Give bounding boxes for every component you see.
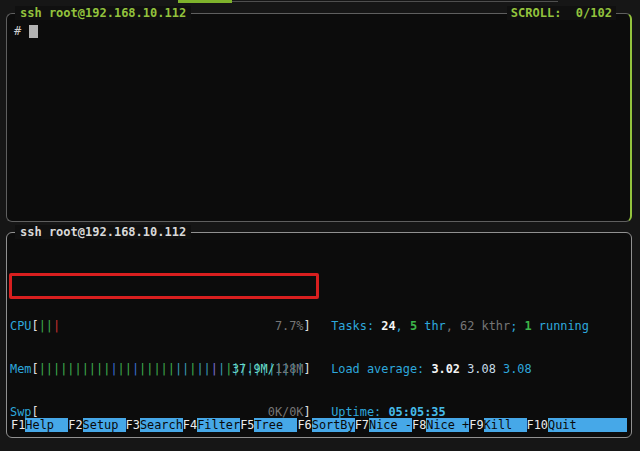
htop-terminal-pane[interactable]: ssh root@192.168.10.112 CPU[|||7.7%]Task… bbox=[6, 232, 632, 438]
meter-bar: | bbox=[82, 362, 89, 376]
meter-bar: | bbox=[46, 319, 53, 333]
meter-bar: | bbox=[118, 362, 125, 376]
tasks-summary-text: Tasks: bbox=[331, 319, 381, 333]
cpu-meter-line: CPU[|||7.7%]Tasks: 24, 5 thr, 62 kthr; 1… bbox=[9, 319, 629, 333]
fkey-F4-key[interactable]: F4 bbox=[183, 418, 197, 432]
meter-open-bracket: [ bbox=[31, 362, 38, 376]
meter-bar: | bbox=[39, 362, 46, 376]
meter-open-bracket: [ bbox=[31, 319, 38, 333]
meter-bar: | bbox=[125, 362, 132, 376]
fkey-F3-key[interactable]: F3 bbox=[126, 418, 140, 432]
meter-bar: | bbox=[89, 362, 96, 376]
fkey-F8-label[interactable]: Nice + bbox=[426, 418, 469, 432]
load-average-text: Load average: bbox=[331, 362, 431, 376]
tasks-summary-text: 1 bbox=[525, 319, 532, 333]
fkey-F6-label[interactable]: SortBy bbox=[312, 418, 355, 432]
bottom-pane-title: ssh root@192.168.10.112 bbox=[15, 225, 191, 239]
meter-bar: | bbox=[161, 362, 168, 376]
tasks-summary-text: , bbox=[396, 319, 410, 333]
htop-screen: CPU[|||7.7%]Tasks: 24, 5 thr, 62 kthr; 1… bbox=[9, 247, 629, 435]
meter-bar: | bbox=[211, 362, 218, 376]
cpu-meter-label: CPU bbox=[10, 319, 31, 333]
mem-used-text: 37.9M/ bbox=[232, 362, 275, 376]
meter-bar: | bbox=[132, 362, 139, 376]
tasks-summary: Tasks: 24, 5 thr, 62 kthr; 1 running bbox=[331, 319, 589, 333]
fkey-F2-key[interactable]: F2 bbox=[68, 418, 82, 432]
fkey-F7-key[interactable]: F7 bbox=[355, 418, 369, 432]
tasks-summary-text: , 62 kthr bbox=[446, 319, 510, 333]
meter-bar: | bbox=[46, 362, 53, 376]
function-key-bar: F1Help F2Setup F3SearchF4FilterF5Tree F6… bbox=[11, 418, 627, 432]
meter-bar: | bbox=[67, 362, 74, 376]
load-average-text: 3.02 bbox=[431, 362, 467, 376]
mem-meter: |||||||||||||||||||||||||||||||||||||37.… bbox=[39, 362, 304, 376]
mem-meter-line: Mem[||||||||||||||||||||||||||||||||||||… bbox=[9, 362, 629, 376]
meter-bar: | bbox=[53, 319, 60, 333]
load-average: Load average: 3.02 3.08 3.08 bbox=[331, 362, 531, 376]
fkey-F6-key[interactable]: F6 bbox=[297, 418, 311, 432]
tasks-summary-text: thr bbox=[417, 319, 446, 333]
shell-prompt: # bbox=[14, 24, 21, 38]
fkey-F3-label[interactable]: Search bbox=[140, 418, 183, 432]
fkey-F2-label[interactable]: Setup bbox=[83, 418, 126, 432]
meter-close-bracket: ] bbox=[304, 319, 311, 333]
meter-close-bracket: ] bbox=[304, 362, 311, 376]
meter-bar: | bbox=[153, 362, 160, 376]
fkey-F7-label[interactable]: Nice - bbox=[369, 418, 412, 432]
top-pane-title: ssh root@192.168.10.112 bbox=[15, 6, 191, 20]
fkey-F1-key[interactable]: F1 bbox=[11, 418, 25, 432]
fkey-F8-key[interactable]: F8 bbox=[412, 418, 426, 432]
tasks-summary-text: ; bbox=[510, 319, 524, 333]
fkey-F5-key[interactable]: F5 bbox=[240, 418, 254, 432]
fkey-F4-label[interactable]: Filter bbox=[197, 418, 240, 432]
meter-bar: | bbox=[75, 362, 82, 376]
scroll-indicator: SCROLL: 0/102 bbox=[507, 6, 616, 20]
tasks-summary-text: running bbox=[532, 319, 589, 333]
meter-bar: | bbox=[168, 362, 175, 376]
meter-bar: | bbox=[39, 319, 46, 333]
cpu-meter-value: 7.7% bbox=[275, 319, 304, 333]
fkey-F10-label[interactable]: Quit bbox=[548, 418, 627, 432]
mem-total-text: 128M bbox=[275, 362, 304, 376]
blank-line bbox=[9, 276, 629, 290]
meter-bar: | bbox=[196, 362, 203, 376]
meter-bar: | bbox=[204, 362, 211, 376]
fkey-F9-key[interactable]: F9 bbox=[469, 418, 483, 432]
mem-meter-label: Mem bbox=[10, 362, 31, 376]
load-average-text: 3.08 bbox=[467, 362, 503, 376]
fkey-F1-label[interactable]: Help bbox=[25, 418, 68, 432]
fkey-F5-label[interactable]: Tree bbox=[254, 418, 297, 432]
tasks-summary-text: 24 bbox=[381, 319, 395, 333]
fkey-F9-label[interactable]: Kill bbox=[484, 418, 527, 432]
meter-bar: | bbox=[110, 362, 117, 376]
load-average-text: 3.08 bbox=[503, 362, 532, 376]
mem-meter-value: 37.9M/128M bbox=[232, 362, 304, 376]
fkey-F10-key[interactable]: F10 bbox=[527, 418, 548, 432]
top-terminal-pane[interactable]: ssh root@192.168.10.112 SCROLL: 0/102 # bbox=[6, 13, 632, 222]
cursor-block bbox=[29, 25, 38, 38]
cpu-meter: |||7.7% bbox=[39, 319, 304, 333]
top-edge-green-artifact bbox=[178, 0, 232, 3]
top-edge-gray-artifact bbox=[232, 1, 558, 2]
